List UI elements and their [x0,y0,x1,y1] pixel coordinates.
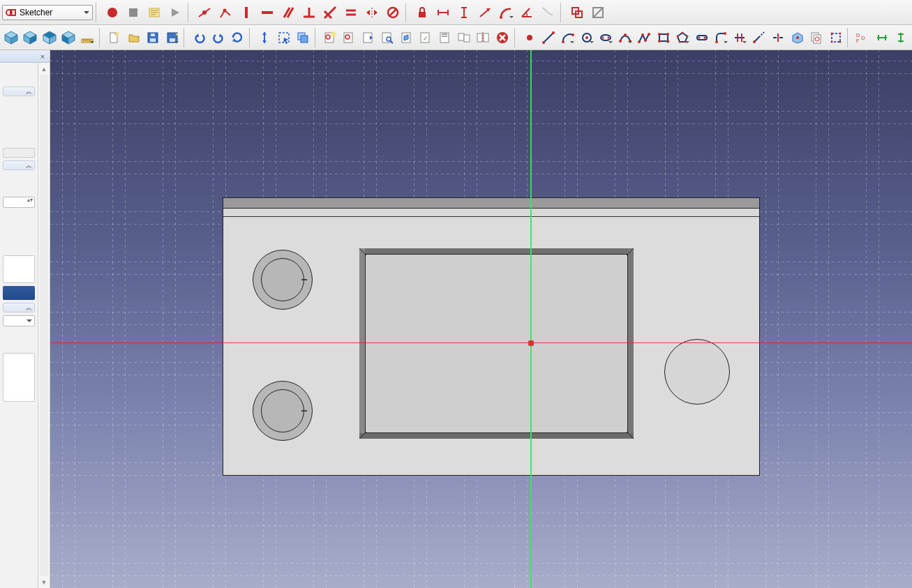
constraint-lock-button[interactable] [412,3,432,22]
geom-trim-button[interactable] [731,28,749,47]
redo-button[interactable] [209,28,227,47]
constraint-vdist-button[interactable] [454,3,474,22]
view-top-button[interactable] [40,28,58,47]
geom-split-button[interactable] [770,28,787,47]
svg-point-112 [583,33,591,42]
clone-button[interactable] [567,3,587,22]
panel-field-1[interactable] [3,148,35,158]
constraint-horizontal-button[interactable] [257,3,277,22]
scroll-down-icon[interactable]: ▼ [38,576,50,588]
geom-point-button[interactable] [521,28,538,47]
panel-dropdown[interactable] [3,315,35,326]
execute-macro-button[interactable] [165,3,185,22]
constraint-parallel-button[interactable] [278,3,298,22]
view-sketch-button[interactable] [379,28,396,47]
svg-rect-83 [344,33,352,43]
geom-circle-button[interactable] [578,28,595,47]
open-file-button[interactable] [125,28,142,47]
svg-point-114 [601,35,611,40]
sketch-viewport[interactable] [50,50,912,588]
constraint-perpendicular-button[interactable] [299,3,319,22]
stop-macro-button[interactable] [124,3,143,22]
panel-list-1[interactable] [3,255,35,283]
geom-polyline-button[interactable] [636,28,653,47]
geom-slot-button[interactable] [693,28,710,47]
chevron-up-icon: ︽ [26,161,32,170]
leave-sketch-button[interactable] [359,28,377,47]
select-constraints-button[interactable] [873,28,890,47]
scroll-up-icon[interactable]: ▲ [38,63,50,75]
constraint-equal-button[interactable] [341,3,361,22]
map-sketch-button[interactable] [398,28,415,47]
stop-operation-button[interactable] [493,28,511,47]
svg-rect-65 [148,33,158,43]
constraint-hdist-button[interactable] [433,3,453,22]
select-dof-button[interactable]: DFO [854,28,872,47]
svg-line-14 [284,8,290,17]
saveas-file-button[interactable] [163,28,181,47]
geom-carbon-button[interactable] [807,28,825,47]
sketcher-icon [6,7,17,18]
geom-external-button[interactable] [788,28,806,47]
constraint-vertical-button[interactable] [237,3,256,22]
new-sketch-button[interactable] [321,28,338,47]
merge-sketch-button[interactable] [455,28,472,47]
geom-extend-button[interactable] [750,28,768,47]
chevron-up-icon: ︽ [26,303,32,312]
geom-polygon-button[interactable] [673,28,691,47]
send-back-button[interactable] [294,28,311,47]
view-iso-button[interactable] [2,28,20,47]
panel-scrollbar[interactable]: ▲ ▼ [38,63,50,588]
svg-point-121 [641,33,644,36]
geom-fillet-button[interactable] [712,28,729,47]
panel-section-2[interactable]: ︽ [3,160,35,170]
toggle-reference-button[interactable] [588,3,608,22]
undo-button[interactable] [190,28,208,47]
panel-section-1[interactable]: ︽ [3,86,35,96]
link-button[interactable] [256,28,274,47]
geom-conic-button[interactable] [597,28,615,47]
toolbar-row-1: Sketcher [0,0,912,25]
edit-sketch-button[interactable] [341,28,358,47]
geom-arc-button[interactable] [559,28,576,47]
geom-construction-button[interactable] [827,28,844,47]
panel-close-button[interactable]: × [38,52,47,61]
box-select-button[interactable] [275,28,292,47]
svg-line-10 [199,8,210,17]
panel-selected-row[interactable] [3,286,35,300]
view-front-button[interactable] [21,28,38,47]
select-associated-button[interactable] [892,28,910,47]
constraint-snell-button[interactable] [538,3,558,22]
validate-sketch-button[interactable] [436,28,454,47]
constraint-coincident-button[interactable] [195,3,214,22]
svg-point-118 [629,40,631,43]
svg-marker-87 [370,36,373,40]
save-file-button[interactable] [144,28,161,47]
svg-point-89 [387,37,391,41]
svg-marker-72 [219,33,223,37]
view-right-button[interactable] [59,28,77,47]
macros-button[interactable] [144,3,164,22]
reorient-sketch-button[interactable]: ✓ [417,28,434,47]
panel-list-2[interactable] [3,353,35,402]
svg-point-110 [562,40,565,43]
constraint-distance-button[interactable] [475,3,495,22]
workbench-selector[interactable]: Sketcher [2,5,93,20]
geom-rect-button[interactable] [655,28,672,47]
geom-bspline-button[interactable] [616,28,634,47]
constraint-radius-button[interactable] [496,3,516,22]
constraint-point-on-button[interactable] [216,3,235,22]
constraint-tangent-button[interactable] [320,3,340,22]
svg-point-2 [107,8,117,17]
record-macro-button[interactable] [103,3,122,22]
constraint-symmetric-button[interactable] [362,3,382,22]
refresh-button[interactable] [229,28,246,47]
geom-line-button[interactable] [539,28,557,47]
panel-section-3[interactable]: ︽ [3,303,35,312]
constraint-block-button[interactable] [383,3,403,22]
new-file-button[interactable] [106,28,124,47]
mirror-sketch-button[interactable] [474,28,492,47]
measure-button[interactable] [79,28,96,47]
panel-spinner[interactable] [3,197,35,208]
constraint-angle-button[interactable] [517,3,537,22]
